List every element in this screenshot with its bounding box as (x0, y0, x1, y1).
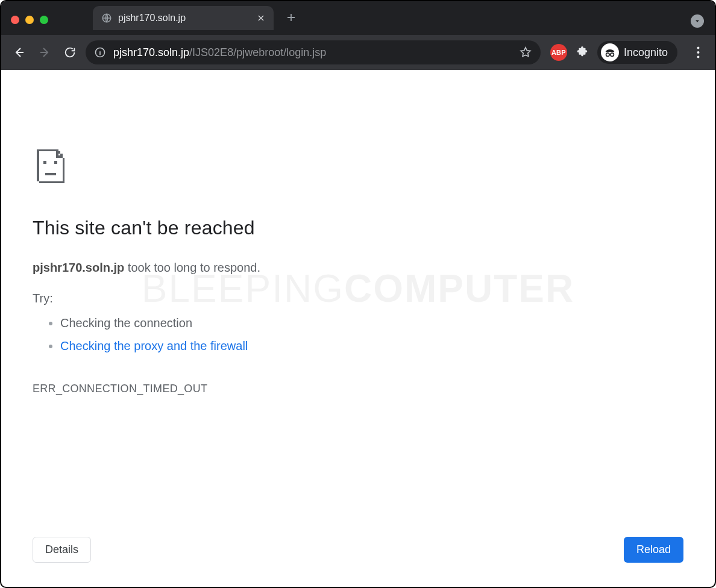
svg-point-5 (697, 51, 699, 54)
suggestion-check-proxy: Checking the proxy and the firewall (60, 334, 683, 357)
window-close-button[interactable] (11, 16, 19, 24)
svg-rect-7 (43, 161, 46, 164)
error-code: ERR_CONNECTION_TIMED_OUT (33, 383, 683, 395)
tab-bar: pjshr170.soln.jp (1, 1, 715, 35)
new-tab-button[interactable] (281, 7, 301, 28)
forward-button[interactable] (35, 43, 54, 62)
browser-tab[interactable]: pjshr170.soln.jp (93, 6, 274, 30)
close-tab-icon[interactable] (257, 14, 265, 22)
footer-buttons: Details Reload (33, 537, 683, 563)
address-bar[interactable]: pjshr170.soln.jp/IJS02E8/pjwebroot/login… (86, 40, 541, 64)
back-button[interactable] (10, 43, 29, 62)
suggestions-list: Checking the connection Checking the pro… (33, 311, 683, 357)
details-button[interactable]: Details (33, 537, 91, 563)
abp-label: ABP (551, 49, 566, 56)
svg-point-4 (697, 47, 699, 49)
abp-extension-icon[interactable]: ABP (550, 44, 567, 61)
reload-button[interactable]: Reload (624, 537, 683, 563)
svg-point-3 (611, 53, 614, 57)
extensions-puzzle-icon[interactable] (576, 46, 589, 59)
browser-menu-button[interactable] (689, 44, 706, 61)
svg-rect-9 (45, 173, 56, 175)
sad-page-icon (33, 147, 683, 186)
browser-chrome: pjshr170.soln.jp (1, 1, 715, 70)
error-took-too-long: took too long to respond. (124, 261, 260, 274)
bookmark-star-icon[interactable] (519, 46, 532, 59)
incognito-label: Incognito (624, 46, 668, 59)
svg-point-6 (697, 56, 699, 58)
incognito-icon (601, 43, 619, 61)
url-text: pjshr170.soln.jp/IJS02E8/pjwebroot/login… (113, 46, 512, 59)
reload-toolbar-button[interactable] (60, 43, 80, 62)
window-controls (6, 16, 57, 35)
error-page: This site can't be reached pjshr170.soln… (1, 70, 715, 395)
svg-point-2 (606, 53, 610, 57)
site-info-icon[interactable] (94, 46, 106, 58)
globe-icon (101, 13, 112, 23)
tabs-row: pjshr170.soln.jp (57, 1, 691, 35)
tab-overflow[interactable] (691, 14, 704, 28)
tab-title: pjshr170.soln.jp (118, 13, 251, 23)
error-summary: pjshr170.soln.jp took too long to respon… (33, 261, 683, 275)
error-heading: This site can't be reached (33, 217, 683, 239)
window-minimize-button[interactable] (25, 16, 34, 24)
try-label: Try: (33, 292, 683, 305)
toolbar: pjshr170.soln.jp/IJS02E8/pjwebroot/login… (1, 35, 715, 70)
suggestion-check-connection: Checking the connection (60, 311, 683, 334)
svg-rect-8 (54, 161, 57, 164)
incognito-indicator[interactable]: Incognito (597, 41, 677, 64)
chevron-down-icon (691, 14, 704, 28)
error-host: pjshr170.soln.jp (33, 261, 124, 274)
window-fullscreen-button[interactable] (40, 16, 48, 24)
url-host: pjshr170.soln.jp (113, 46, 189, 59)
proxy-firewall-link[interactable]: Checking the proxy and the firewall (60, 339, 248, 352)
extensions-area: ABP Incognito (550, 41, 706, 64)
url-path: /IJS02E8/pjwebroot/login.jsp (189, 46, 326, 59)
